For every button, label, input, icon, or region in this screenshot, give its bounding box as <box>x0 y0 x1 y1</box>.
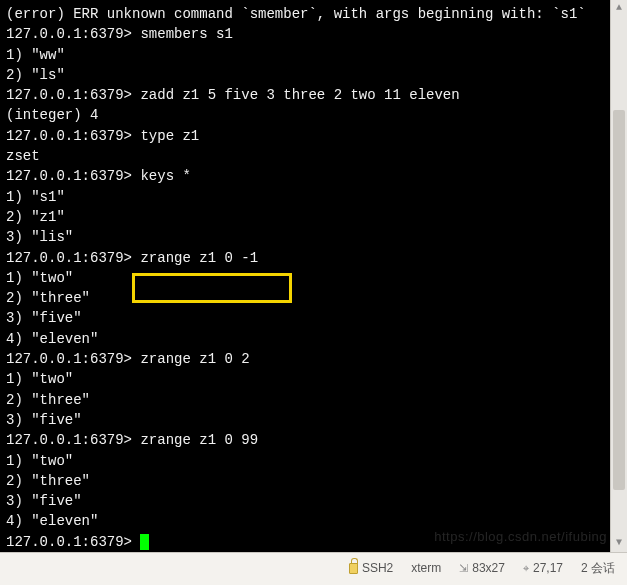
terminal-output[interactable]: (error) ERR unknown command `smember`, w… <box>0 0 627 552</box>
terminal-line: 3) "lis" <box>6 227 621 247</box>
terminal-line: 127.0.0.1:6379> zrange z1 0 99 <box>6 430 621 450</box>
terminal-line: 1) "two" <box>6 369 621 389</box>
status-position: ⌖ 27,17 <box>523 560 563 577</box>
status-bar: SSH2 xterm ⇲ 83x27 ⌖ 27,17 2 会话 <box>0 552 627 585</box>
terminal-line: 2) "three" <box>6 471 621 491</box>
terminal-line: 3) "five" <box>6 410 621 430</box>
scrollbar-up-button[interactable]: ▲ <box>611 0 627 17</box>
terminal-line: 1) "two" <box>6 451 621 471</box>
cursor <box>140 534 149 550</box>
terminal-line: 1) "two" <box>6 268 621 288</box>
position-icon: ⌖ <box>523 561 529 577</box>
terminal-line: 127.0.0.1:6379> type z1 <box>6 126 621 146</box>
terminal-line: 4) "eleven" <box>6 329 621 349</box>
status-protocol-label: SSH2 <box>362 560 393 577</box>
terminal-line: zset <box>6 146 621 166</box>
prompt-text: 127.0.0.1:6379> <box>6 534 140 550</box>
terminal-line: 1) "ww" <box>6 45 621 65</box>
terminal-line: 127.0.0.1:6379> keys * <box>6 166 621 186</box>
terminal-line: (error) ERR unknown command `smember`, w… <box>6 4 621 24</box>
terminal-line: 2) "ls" <box>6 65 621 85</box>
prompt-line[interactable]: 127.0.0.1:6379> <box>6 532 621 552</box>
status-size-label: 83x27 <box>472 560 505 577</box>
terminal-line: 3) "five" <box>6 308 621 328</box>
terminal-line: 2) "three" <box>6 390 621 410</box>
status-sessions: 2 会话 <box>581 560 615 577</box>
terminal-line: 127.0.0.1:6379> zrange z1 0 2 <box>6 349 621 369</box>
terminal-line: 2) "z1" <box>6 207 621 227</box>
terminal-line: 3) "five" <box>6 491 621 511</box>
status-sessions-label: 2 会话 <box>581 560 615 577</box>
scrollbar[interactable]: ▲ ▼ <box>610 0 627 552</box>
status-term-type: xterm <box>411 560 441 577</box>
size-icon: ⇲ <box>459 561 468 577</box>
status-size: ⇲ 83x27 <box>459 560 505 577</box>
status-term-label: xterm <box>411 560 441 577</box>
scrollbar-thumb[interactable] <box>613 110 625 490</box>
terminal-line: 127.0.0.1:6379> smembers s1 <box>6 24 621 44</box>
status-position-label: 27,17 <box>533 560 563 577</box>
terminal-line: 4) "eleven" <box>6 511 621 531</box>
terminal-line: 127.0.0.1:6379> zrange z1 0 -1 <box>6 248 621 268</box>
status-protocol: SSH2 <box>349 560 393 577</box>
terminal-line: 2) "three" <box>6 288 621 308</box>
terminal-line: 127.0.0.1:6379> zadd z1 5 five 3 three 2… <box>6 85 621 105</box>
terminal-line: (integer) 4 <box>6 105 621 125</box>
lock-icon <box>349 563 358 574</box>
terminal-line: 1) "s1" <box>6 187 621 207</box>
scrollbar-down-button[interactable]: ▼ <box>611 535 627 552</box>
